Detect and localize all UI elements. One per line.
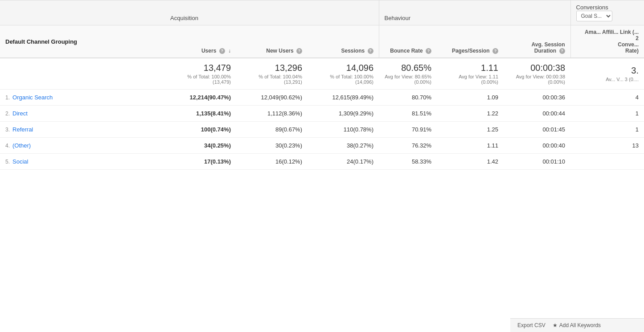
row-dim-cell: 5.Social (0, 154, 165, 170)
row-sessions-cell: 38(0.27%) (308, 138, 379, 154)
totals-users-value: 13,479 (170, 63, 231, 73)
channel-link[interactable]: Social (12, 158, 28, 165)
avg-session-help-icon[interactable]: ? (559, 48, 565, 54)
totals-users-cell: 13,479 % of Total: 100.00% (13,479) (165, 58, 236, 90)
totals-bounce-sub: Avg for View: 80.65% (0.00%) (384, 74, 431, 85)
bounce-rate-header[interactable]: Bounce Rate ? (379, 25, 437, 58)
users-value: 17 (204, 158, 210, 165)
goal-selector[interactable]: Goal S... (576, 11, 612, 21)
row-avg-session-cell: 00:00:40 (504, 138, 570, 154)
row-conversions-cell: 1 (570, 122, 644, 138)
table-row: 4.(Other)34(0.25%)30(0.23%)38(0.27%)76.3… (0, 138, 644, 154)
totals-conv-cell: 3. Av... V... 3 (0.... (570, 58, 644, 90)
totals-new-users-cell: 13,296 % of Total: 100.04% (13,291) (236, 58, 308, 90)
totals-conv-value: 3. (576, 66, 639, 76)
row-avg-session-cell: 00:01:10 (504, 154, 570, 170)
row-number: 5. (5, 159, 10, 165)
row-pages-cell: 1.09 (437, 90, 504, 106)
totals-bounce-value: 80.65% (384, 63, 431, 73)
row-new-users-cell: 30(0.23%) (236, 138, 308, 154)
row-new-users-cell: 89(0.67%) (236, 122, 308, 138)
row-new-users-cell: 16(0.12%) (236, 154, 308, 170)
row-dim-cell: 4.(Other) (0, 138, 165, 154)
row-dim-cell: 3.Referral (0, 122, 165, 138)
row-bounce-cell: 76.32% (379, 138, 437, 154)
row-number: 1. (5, 94, 10, 101)
analytics-table: Acquisition Behaviour Conversions Goal S… (0, 0, 644, 170)
behaviour-section-header: Behaviour (379, 0, 570, 25)
bounce-rate-help-icon[interactable]: ? (426, 48, 431, 54)
row-pages-cell: 1.11 (437, 138, 504, 154)
row-conversions-cell: 13 (570, 138, 644, 154)
row-sessions-cell: 1,309(9.29%) (308, 106, 379, 122)
new-users-header[interactable]: New Users ? (236, 25, 308, 58)
users-pct: (0.13%) (210, 158, 231, 165)
row-users-cell: 100(0.74%) (165, 122, 236, 138)
row-bounce-cell: 80.70% (379, 90, 437, 106)
users-value: 34 (204, 142, 210, 149)
conversions-label: Conversions (576, 4, 639, 11)
totals-users-sub: % of Total: 100.00% (13,479) (170, 74, 231, 85)
totals-pages-value: 1.11 (442, 63, 498, 73)
users-header[interactable]: Users ? ↓ (165, 25, 236, 58)
pages-session-header[interactable]: Pages/Session ? (437, 25, 504, 58)
totals-new-users-sub: % of Total: 100.04% (13,291) (242, 74, 302, 85)
row-sessions-cell: 110(0.78%) (308, 122, 379, 138)
conversions-header[interactable]: Ama... Affili... Link (...2Conve...Rate) (570, 25, 644, 58)
channel-link[interactable]: (Other) (12, 142, 31, 149)
table-row: 5.Social17(0.13%)16(0.12%)24(0.17%)58.33… (0, 154, 644, 170)
users-value: 1,135 (196, 110, 211, 117)
table-row: 3.Referral100(0.74%)89(0.67%)110(0.78%)7… (0, 122, 644, 138)
users-pct: (90.47%) (207, 94, 231, 101)
channel-link[interactable]: Organic Search (12, 94, 53, 101)
totals-row: 13,479 % of Total: 100.00% (13,479) 13,2… (0, 58, 644, 90)
column-header-row: Default Channel Grouping Users ? ↓ New U… (0, 25, 644, 58)
users-pct: (8.41%) (210, 110, 231, 117)
users-value: 100 (201, 126, 211, 133)
totals-pages-sub: Avg for View: 1.11 (0.00%) (442, 74, 498, 85)
row-number: 2. (5, 111, 10, 117)
new-users-help-icon[interactable]: ? (296, 48, 302, 54)
row-sessions-cell: 24(0.17%) (308, 154, 379, 170)
totals-sessions-value: 14,096 (313, 63, 373, 73)
totals-sessions-sub: % of Total: 100.00% (14,096) (313, 74, 373, 85)
totals-avg-value: 00:00:38 (509, 63, 565, 73)
totals-new-users-value: 13,296 (242, 63, 302, 73)
totals-avg-cell: 00:00:38 Avg for View: 00:00:38 (0.00%) (504, 58, 570, 90)
row-bounce-cell: 81.51% (379, 106, 437, 122)
totals-bounce-cell: 80.65% Avg for View: 80.65% (0.00%) (379, 58, 437, 90)
sessions-header[interactable]: Sessions ? (308, 25, 379, 58)
totals-pages-cell: 1.11 Avg for View: 1.11 (0.00%) (437, 58, 504, 90)
sessions-help-icon[interactable]: ? (368, 48, 373, 54)
users-sort-icon[interactable]: ↓ (228, 48, 231, 54)
row-avg-session-cell: 00:00:44 (504, 106, 570, 122)
analytics-table-wrapper: Acquisition Behaviour Conversions Goal S… (0, 0, 644, 170)
totals-conv-sub: Av... V... 3 (0.... (576, 77, 639, 82)
row-bounce-cell: 58.33% (379, 154, 437, 170)
row-new-users-cell: 12,049(90.62%) (236, 90, 308, 106)
row-number: 3. (5, 127, 10, 133)
acquisition-label: Acquisition (170, 15, 198, 21)
table-row: 2.Direct1,135(8.41%)1,112(8.36%)1,309(9.… (0, 106, 644, 122)
row-number: 4. (5, 143, 10, 149)
users-help-icon[interactable]: ? (219, 48, 225, 54)
row-bounce-cell: 70.91% (379, 122, 437, 138)
pages-session-help-icon[interactable]: ? (492, 48, 498, 54)
row-dim-cell: 2.Direct (0, 106, 165, 122)
row-avg-session-cell: 00:01:45 (504, 122, 570, 138)
row-pages-cell: 1.25 (437, 122, 504, 138)
section-header-row: Acquisition Behaviour Conversions Goal S… (0, 0, 644, 25)
users-pct: (0.74%) (210, 126, 231, 133)
row-users-cell: 12,214(90.47%) (165, 90, 236, 106)
dimension-header: Default Channel Grouping (0, 25, 165, 58)
channel-link[interactable]: Direct (12, 110, 28, 117)
conversions-section-header: Conversions Goal S... (570, 0, 644, 25)
row-avg-session-cell: 00:00:36 (504, 90, 570, 106)
avg-session-header[interactable]: Avg. Session Duration ? (504, 25, 570, 58)
channel-link[interactable]: Referral (12, 126, 33, 133)
totals-sessions-cell: 14,096 % of Total: 100.00% (14,096) (308, 58, 379, 90)
acquisition-section-header: Acquisition (165, 0, 379, 25)
users-pct: (0.25%) (210, 142, 231, 149)
row-conversions-cell (570, 154, 644, 170)
conversions-col-label: Ama... Affili... Link (...2Conve...Rate) (585, 29, 639, 54)
